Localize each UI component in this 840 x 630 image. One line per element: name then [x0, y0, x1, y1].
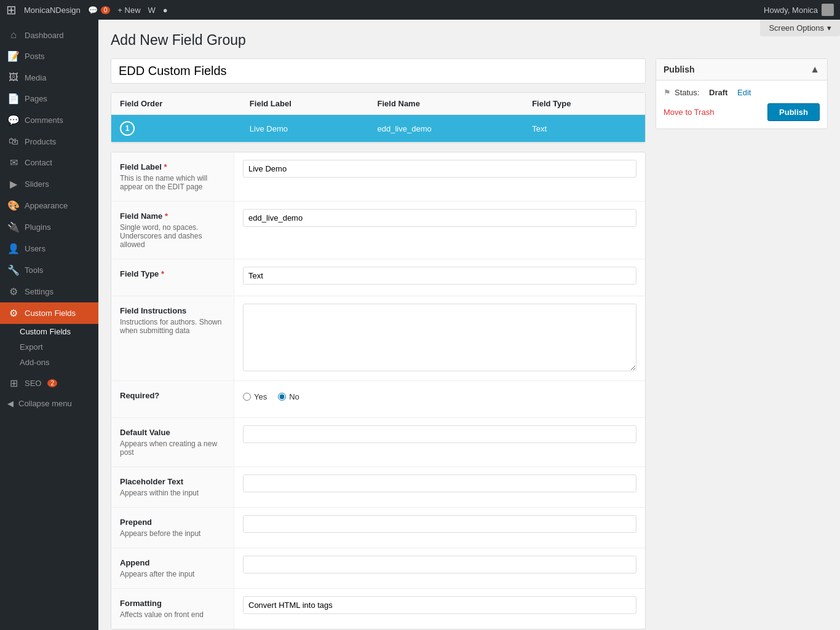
- comments-nav-icon: 💬: [7, 114, 20, 126]
- sidebar-item-contact[interactable]: ✉ Contact: [0, 152, 98, 173]
- required-no-radio[interactable]: [278, 393, 286, 401]
- field-type-row: Field Type *: [111, 259, 645, 296]
- appearance-icon: 🎨: [7, 200, 20, 211]
- sidebar-sub-addons[interactable]: Add-ons: [0, 355, 98, 370]
- collapse-icon: ◀: [7, 399, 14, 408]
- collapse-publish-icon: ▲: [810, 64, 820, 75]
- status-row: ⚑ Status: Draft Edit: [664, 88, 820, 97]
- field-label-row: Field Label * This is the name which wil…: [111, 152, 645, 202]
- placeholder-text-hint: Appears within the input: [120, 489, 225, 497]
- placeholder-text-row: Placeholder Text Appears within the inpu…: [111, 467, 645, 508]
- append-hint: Appears after the input: [120, 570, 225, 578]
- tools-icon: 🔧: [7, 264, 20, 276]
- sidebar-sub-custom-fields[interactable]: Custom Fields: [0, 324, 98, 339]
- new-content-button[interactable]: + New: [117, 6, 140, 15]
- move-to-trash-link[interactable]: Move to Trash: [664, 108, 714, 117]
- formatting-input[interactable]: [243, 596, 636, 614]
- plugins-icon: 🔌: [7, 221, 20, 233]
- table-row[interactable]: 1 Live Demo edd_live_demo Text: [111, 115, 645, 143]
- formatting-row: Formatting Affects value on front end: [111, 589, 645, 629]
- default-value-label: Default Value: [120, 428, 170, 437]
- append-label: Append: [120, 558, 149, 567]
- publish-panel-header[interactable]: Publish ▲: [656, 59, 827, 81]
- page-title: Add New Field Group: [111, 32, 828, 49]
- col-name: Field Name: [369, 93, 524, 115]
- field-name-row: Field Name * Single word, no spaces. Und…: [111, 202, 645, 259]
- col-order: Field Order: [111, 93, 241, 115]
- field-name-input[interactable]: [243, 209, 636, 227]
- default-value-hint: Appears when creating a new post: [120, 439, 225, 457]
- placeholder-text-input[interactable]: [243, 474, 636, 492]
- field-label-input[interactable]: [243, 160, 636, 178]
- field-instructions-label: Field Instructions: [120, 306, 186, 315]
- publish-panel-body: ⚑ Status: Draft Edit Move to Trash Publi…: [656, 81, 827, 128]
- main-editor: Field Order Field Label Field Name Field…: [111, 58, 646, 629]
- placeholder-text-label: Placeholder Text: [120, 477, 183, 486]
- field-label-cell: Live Demo: [241, 115, 369, 143]
- admin-bar: ⊞ MonicaNDesign 💬 0 + New W ● Howdy, Mon…: [0, 0, 840, 20]
- default-value-input[interactable]: [243, 425, 636, 443]
- sidebar-item-users[interactable]: 👤 Users: [0, 238, 98, 259]
- field-name-cell: edd_live_demo: [369, 115, 524, 143]
- pages-icon: 📄: [7, 93, 20, 104]
- sidebar-sub-export[interactable]: Export: [0, 339, 98, 355]
- field-instructions-hint: Instructions for authors. Shown when sub…: [120, 318, 225, 335]
- status-icon: ⚑: [664, 88, 671, 97]
- posts-icon: 📝: [7, 50, 20, 62]
- prepend-input[interactable]: [243, 515, 636, 533]
- sidebar-item-sliders[interactable]: ▶ Sliders: [0, 173, 98, 195]
- formatting-hint: Affects value on front end: [120, 610, 225, 619]
- required-no-option[interactable]: No: [278, 392, 299, 401]
- plugin-icon[interactable]: W: [148, 6, 156, 15]
- avatar: [822, 4, 834, 16]
- field-label-label: Field Label *: [120, 162, 167, 171]
- sidebar-item-appearance[interactable]: 🎨 Appearance: [0, 195, 98, 216]
- required-yes-option[interactable]: Yes: [243, 392, 267, 401]
- required-row: Required? Yes No: [111, 381, 645, 418]
- sidebar-item-dashboard[interactable]: ⌂ Dashboard: [0, 25, 98, 45]
- screen-options-button[interactable]: Screen Options ▾: [760, 20, 840, 36]
- sidebar: ⌂ Dashboard 📝 Posts 🖼 Media 📄 Pages 💬 Co…: [0, 20, 98, 630]
- sidebar-item-settings[interactable]: ⚙ Settings: [0, 281, 98, 302]
- settings-icon: ⚙: [7, 286, 20, 297]
- append-input[interactable]: [243, 556, 636, 573]
- sidebar-item-seo[interactable]: ⊞ SEO 2: [0, 372, 98, 394]
- seo-icon: ⊞: [7, 377, 20, 389]
- sidebar-item-media[interactable]: 🖼 Media: [0, 67, 98, 88]
- field-group-title-input[interactable]: [111, 58, 646, 84]
- sidebar-item-posts[interactable]: 📝 Posts: [0, 45, 98, 67]
- media-icon: 🖼: [7, 72, 20, 83]
- collapse-menu-button[interactable]: ◀ Collapse menu: [0, 394, 98, 413]
- status-value: Draft: [709, 88, 727, 97]
- main-content: Add New Field Group Field Order Field La…: [98, 20, 840, 630]
- publish-button[interactable]: Publish: [767, 103, 820, 121]
- col-label: Field Label: [241, 93, 369, 115]
- required-yes-radio[interactable]: [243, 393, 251, 401]
- custom-fields-icon: ⚙: [7, 307, 20, 319]
- sidebar-item-comments[interactable]: 💬 Comments: [0, 109, 98, 131]
- circle-icon[interactable]: ●: [163, 6, 168, 15]
- sidebar-item-products[interactable]: 🛍 Products: [0, 131, 98, 152]
- publish-actions: Move to Trash Publish: [664, 103, 820, 121]
- contact-icon: ✉: [7, 157, 20, 168]
- field-type-cell: Text: [523, 115, 645, 143]
- user-info: Howdy, Monica: [764, 4, 834, 16]
- dashboard-icon: ⌂: [7, 30, 20, 41]
- sidebar-item-pages[interactable]: 📄 Pages: [0, 88, 98, 109]
- field-form: Field Label * This is the name which wil…: [111, 152, 646, 629]
- comments-link[interactable]: 💬 0: [88, 6, 111, 15]
- sidebar-item-tools[interactable]: 🔧 Tools: [0, 259, 98, 281]
- field-type-input[interactable]: [243, 267, 636, 285]
- append-row: Append Appears after the input: [111, 548, 645, 589]
- status-edit-link[interactable]: Edit: [737, 88, 751, 97]
- required-label: Required?: [120, 391, 159, 400]
- publish-panel: Publish ▲ ⚑ Status: Draft Edit: [656, 58, 828, 129]
- field-name-hint: Single word, no spaces. Underscores and …: [120, 223, 225, 249]
- field-instructions-textarea[interactable]: [243, 304, 636, 371]
- sidebar-item-custom-fields[interactable]: ⚙ Custom Fields: [0, 302, 98, 324]
- wp-logo-icon[interactable]: ⊞: [6, 2, 17, 17]
- field-name-label: Field Name *: [120, 211, 168, 221]
- site-name[interactable]: MonicaNDesign: [24, 6, 81, 15]
- sidebar-item-plugins[interactable]: 🔌 Plugins: [0, 216, 98, 238]
- default-value-row: Default Value Appears when creating a ne…: [111, 418, 645, 467]
